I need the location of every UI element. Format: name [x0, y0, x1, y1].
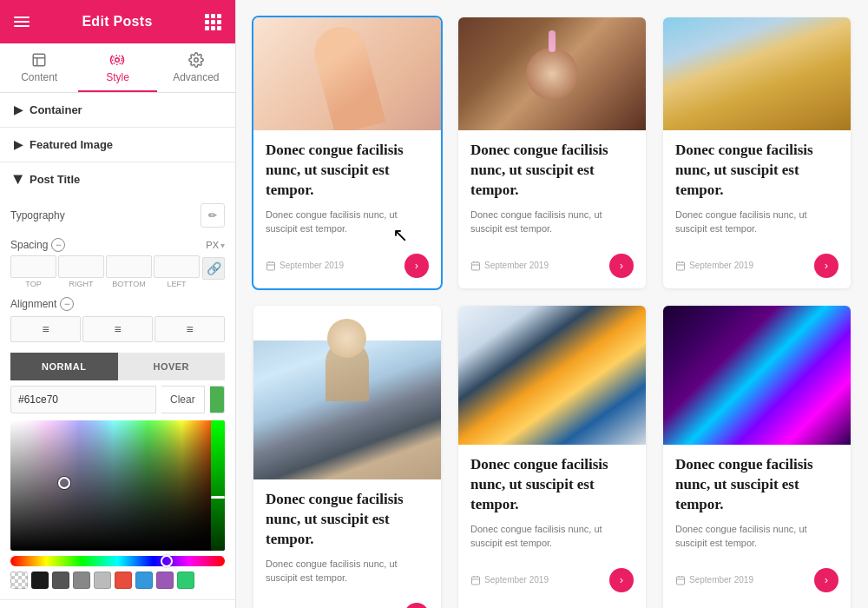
- post-footer-4: September 2019 ›: [253, 603, 441, 608]
- post-title-section-header[interactable]: ▶ Post Title: [0, 162, 235, 196]
- arrow-button-6[interactable]: ›: [814, 568, 838, 592]
- featured-image-section-header[interactable]: ▶ Featured Image: [0, 128, 235, 162]
- spacing-right-input[interactable]: [58, 255, 104, 278]
- state-tabs: NORMAL HOVER: [10, 353, 225, 380]
- color-preset-lightgray[interactable]: [94, 572, 111, 589]
- post-image-4: [253, 340, 441, 479]
- post-image-5: [458, 306, 646, 445]
- align-left-button[interactable]: ≡: [10, 316, 81, 342]
- color-preset-gray[interactable]: [73, 572, 90, 589]
- spacing-row: Spacing − PX ▾: [10, 235, 225, 255]
- svg-point-3: [115, 58, 120, 63]
- svg-rect-22: [472, 577, 480, 585]
- post-card-1: Donec congue facilisis nunc, ut suscipit…: [253, 17, 441, 288]
- tab-content[interactable]: Content: [0, 43, 78, 92]
- alignment-buttons: ≡ ≡ ≡: [10, 316, 225, 342]
- featured-image-expand-arrow: ▶: [14, 138, 23, 151]
- post-card-6: Donec congue facilisis nunc, ut suscipit…: [663, 306, 851, 608]
- typography-edit-button[interactable]: ✏: [201, 203, 225, 228]
- container-expand-arrow: ▶: [14, 103, 23, 116]
- spacing-left-wrap: LEFT: [154, 255, 200, 288]
- color-hex-input[interactable]: [10, 386, 156, 413]
- color-swatch[interactable]: [210, 386, 225, 413]
- arrow-button-2[interactable]: ›: [609, 254, 634, 278]
- spacing-left-input[interactable]: [154, 255, 200, 278]
- arrow-button-4[interactable]: ›: [404, 603, 429, 608]
- color-row: Clear: [10, 386, 225, 413]
- post-body-5: Donec congue facilisis nunc, ut suscipit…: [458, 445, 646, 568]
- color-clear-button[interactable]: Clear: [161, 386, 205, 413]
- content-icon: [31, 52, 47, 68]
- post-footer-5: September 2019 ›: [458, 568, 646, 603]
- color-picker-main[interactable]: [10, 420, 225, 551]
- typography-row: Typography ✏: [10, 196, 225, 235]
- post-image-2: [458, 17, 646, 130]
- spacing-top-input[interactable]: [10, 255, 56, 278]
- post-excerpt-2: Donec congue facilisis nunc, ut suscipit…: [470, 208, 634, 236]
- advanced-icon: [188, 52, 204, 68]
- alignment-row: Alignment − ≡ ≡ ≡: [10, 292, 225, 347]
- post-date-6: September 2019: [675, 575, 753, 585]
- posts-grid: Donec congue facilisis nunc, ut suscipit…: [253, 17, 851, 608]
- svg-rect-10: [472, 262, 480, 270]
- calendar-icon-3: [675, 261, 686, 271]
- featured-image-section: ▶ Featured Image: [0, 128, 235, 162]
- arrow-button-1[interactable]: ›: [404, 254, 429, 278]
- calendar-icon-1: [266, 261, 276, 271]
- svg-rect-14: [677, 262, 685, 270]
- svg-point-4: [113, 56, 122, 65]
- tab-advanced[interactable]: Advanced: [157, 43, 235, 92]
- hue-thumb: [161, 555, 173, 567]
- alignment-minus-icon[interactable]: −: [60, 297, 74, 311]
- color-presets: [10, 572, 225, 589]
- color-preset-blue[interactable]: [135, 572, 153, 589]
- arrow-button-3[interactable]: ›: [814, 254, 838, 278]
- spacing-bottom-label: BOTTOM: [112, 280, 145, 288]
- align-right-button[interactable]: ≡: [155, 316, 225, 342]
- spacing-bottom-input[interactable]: [106, 255, 152, 278]
- post-title-1: Donec congue facilisis nunc, ut suscipit…: [266, 141, 429, 201]
- post-excerpt-3: Donec congue facilisis nunc, ut suscipit…: [675, 208, 838, 236]
- sidebar: Edit Posts Content Style: [0, 0, 236, 608]
- post-title-2: Donec congue facilisis nunc, ut suscipit…: [470, 141, 634, 201]
- sidebar-title: Edit Posts: [82, 14, 152, 30]
- spacing-minus-icon[interactable]: −: [51, 238, 65, 252]
- post-image-6: [663, 306, 851, 445]
- spacing-bottom-wrap: BOTTOM: [106, 255, 152, 288]
- color-preset-purple[interactable]: [156, 572, 174, 589]
- align-center-button[interactable]: ≡: [82, 316, 153, 342]
- hue-slider[interactable]: [10, 556, 225, 566]
- tab-advanced-label: Advanced: [173, 71, 219, 83]
- color-preset-red[interactable]: [115, 572, 132, 589]
- state-normal-tab[interactable]: NORMAL: [10, 353, 118, 380]
- post-body-1: Donec congue facilisis nunc, ut suscipit…: [253, 130, 441, 254]
- spacing-left-label: LEFT: [167, 280, 186, 288]
- color-preset-transparent[interactable]: [10, 572, 28, 589]
- container-label: Container: [30, 103, 82, 116]
- post-body-3: Donec congue facilisis nunc, ut suscipit…: [663, 130, 851, 254]
- typography-label: Typography: [10, 209, 65, 221]
- tab-style[interactable]: Style: [78, 43, 156, 92]
- post-footer-2: September 2019 ›: [458, 254, 646, 288]
- post-title-5: Donec congue facilisis nunc, ut suscipit…: [470, 455, 634, 515]
- post-card-2: Donec congue facilisis nunc, ut suscipit…: [458, 17, 646, 288]
- color-preset-green[interactable]: [177, 572, 194, 589]
- hamburger-menu-icon[interactable]: [14, 17, 30, 27]
- calendar-icon-5: [470, 575, 481, 585]
- spacing-unit-toggle[interactable]: ▾: [220, 241, 225, 250]
- container-section-header[interactable]: ▶ Container: [0, 93, 235, 127]
- arrow-button-5[interactable]: ›: [609, 568, 634, 592]
- post-footer-3: September 2019 ›: [663, 254, 851, 288]
- green-slider[interactable]: [211, 420, 225, 551]
- color-preset-darkgray[interactable]: [52, 572, 69, 589]
- spacing-link-button[interactable]: 🔗: [202, 257, 225, 280]
- grid-apps-icon[interactable]: [205, 14, 221, 30]
- calendar-icon-6: [675, 575, 686, 585]
- post-card-5: Donec congue facilisis nunc, ut suscipit…: [458, 306, 646, 608]
- color-preset-black[interactable]: [31, 572, 49, 589]
- state-hover-tab[interactable]: HOVER: [118, 353, 226, 380]
- svg-rect-6: [267, 262, 275, 270]
- post-footer-6: September 2019 ›: [663, 568, 851, 603]
- spacing-top-label: TOP: [25, 280, 41, 288]
- post-body-2: Donec congue facilisis nunc, ut suscipit…: [458, 130, 646, 254]
